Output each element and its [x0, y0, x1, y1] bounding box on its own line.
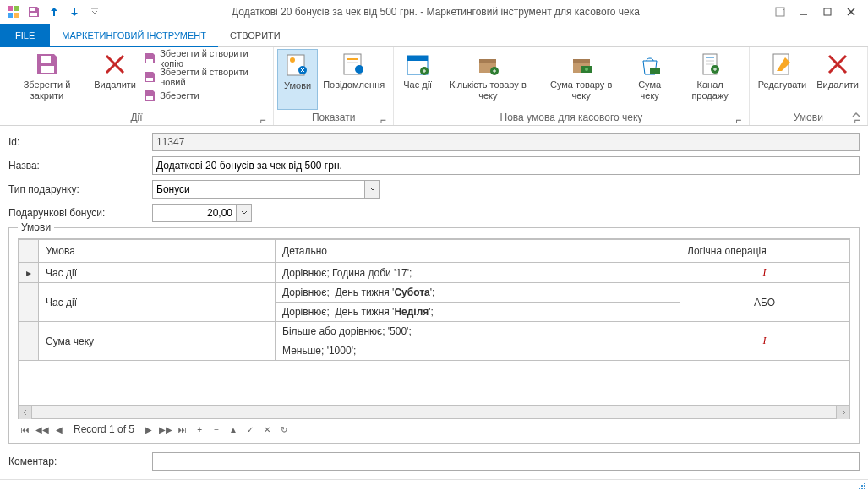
table-row[interactable]: Час дії Дорівнює; День тижня 'Субота'; А…: [19, 283, 849, 303]
cell-logic[interactable]: І: [680, 263, 849, 283]
save-copy-button[interactable]: Зберегти й створити копію: [139, 49, 270, 68]
nav-prev-icon[interactable]: ◀: [52, 422, 67, 437]
window-pin-icon[interactable]: [768, 2, 792, 22]
table-row[interactable]: ▸ Час дії Дорівнює; Година доби '17'; І: [19, 263, 849, 283]
nav-remove-icon[interactable]: −: [209, 422, 224, 437]
spin-dropdown-icon[interactable]: [237, 204, 252, 222]
nav-first-icon[interactable]: ⏮: [18, 422, 33, 437]
grid-horizontal-scrollbar[interactable]: [19, 405, 849, 418]
nav-prev-page-icon[interactable]: ◀◀: [35, 422, 50, 437]
resize-grip-icon[interactable]: [858, 482, 866, 490]
tab-file[interactable]: FILE: [0, 24, 50, 47]
col-detail[interactable]: Детально: [276, 240, 680, 263]
save-new-button[interactable]: Зберегти й створити новий: [139, 68, 270, 86]
notifications-icon: [341, 51, 368, 78]
table-row[interactable]: Сума чеку Більше або дорівнює; '500'; І: [19, 322, 849, 341]
cell-logic[interactable]: І: [680, 322, 849, 361]
notifications-view-button[interactable]: Повідомлення: [318, 49, 390, 110]
cell-detail[interactable]: Дорівнює; День тижня 'Субота';: [276, 283, 680, 303]
cell-detail[interactable]: Меньше; '1000';: [276, 341, 680, 361]
collapse-ribbon-icon[interactable]: [851, 110, 861, 120]
conditions-icon: [284, 52, 311, 79]
nav-end-edit-icon[interactable]: ✓: [243, 422, 258, 437]
scroll-right-icon[interactable]: [836, 406, 849, 419]
qat-customize-icon[interactable]: [86, 3, 103, 20]
ribbon-group-label: Дії⌐: [3, 112, 270, 125]
dialog-launcher-icon[interactable]: ⌐: [378, 114, 388, 124]
nav-next-page-icon[interactable]: ▶▶: [158, 422, 173, 437]
conditions-view-button[interactable]: Умови: [277, 49, 318, 110]
maximize-button[interactable]: [816, 2, 839, 22]
edit-condition-button[interactable]: Редагувати: [753, 49, 812, 110]
nav-next-icon[interactable]: ▶: [141, 422, 156, 437]
dialog-launcher-icon[interactable]: ⌐: [734, 114, 744, 124]
svg-point-20: [355, 65, 363, 74]
ribbon-group-label: Умови⌐: [753, 112, 864, 125]
svg-point-43: [864, 488, 865, 489]
nav-refresh-icon[interactable]: ↻: [276, 422, 292, 437]
svg-rect-31: [650, 68, 660, 74]
nav-edit-icon[interactable]: ▲: [226, 422, 241, 437]
conditions-group-box: Умови Умова Детально Логічна операція ▸ …: [8, 227, 860, 444]
scroll-left-icon[interactable]: [19, 406, 32, 419]
bag-icon: [636, 51, 663, 78]
cell-detail[interactable]: Дорівнює; Година доби '17';: [276, 263, 680, 283]
cell-logic[interactable]: АБО: [680, 283, 849, 322]
statusbar: [0, 479, 868, 491]
tab-marketing-tool[interactable]: МАРКЕТИНГОВИЙ ІНСТРУМЕНТ: [50, 24, 218, 47]
svg-rect-9: [41, 56, 51, 63]
sales-channel-button[interactable]: Канал продажу: [675, 49, 745, 110]
close-button[interactable]: [839, 2, 863, 22]
delete-x-icon: [824, 51, 851, 78]
cell-detail[interactable]: Більше або дорівнює; '500';: [276, 322, 680, 341]
svg-rect-1: [14, 6, 19, 11]
delete-button[interactable]: Видалити: [90, 49, 139, 110]
gift-type-field[interactable]: [152, 180, 365, 199]
ribbon-group-show: Умови Повідомлення Показати⌐: [274, 47, 394, 125]
arrow-down-icon[interactable]: [66, 3, 83, 20]
svg-rect-10: [41, 66, 54, 73]
save-icon[interactable]: [25, 3, 42, 20]
app-icon[interactable]: [5, 3, 22, 20]
save-button[interactable]: Зберегти: [139, 86, 270, 105]
comment-field[interactable]: [152, 452, 860, 471]
id-row: Id:: [8, 133, 860, 151]
cell-condition[interactable]: Час дії: [39, 283, 276, 322]
nav-add-icon[interactable]: +: [192, 422, 207, 437]
items-count-button[interactable]: Кількість товару в чеку: [438, 49, 538, 110]
nav-last-icon[interactable]: ⏭: [175, 422, 190, 437]
save-copy-icon: [143, 52, 156, 65]
edit-icon: [768, 51, 795, 78]
id-label: Id:: [8, 136, 152, 148]
save-close-button[interactable]: Зберегти й закрити: [3, 49, 90, 110]
svg-point-38: [864, 483, 865, 484]
arrow-up-icon[interactable]: [46, 3, 63, 20]
titlebar: Додаткові 20 бонусів за чек від 500 грн.…: [0, 0, 868, 24]
item-amount-button[interactable]: Сума товару в чеку: [538, 49, 624, 110]
col-logic[interactable]: Логічна операція: [680, 240, 849, 263]
svg-rect-4: [30, 8, 35, 11]
calendar-icon: [404, 51, 431, 78]
cell-condition[interactable]: Сума чеку: [39, 322, 276, 361]
save-icon-small: [143, 89, 156, 102]
time-condition-button[interactable]: Час дії: [397, 49, 438, 110]
grid-empty-area: [19, 361, 849, 405]
cell-condition[interactable]: Час дії: [39, 263, 276, 283]
cell-detail[interactable]: Дорівнює; День тижня 'Неділя';: [276, 303, 680, 322]
delete-condition-button[interactable]: Видалити: [811, 49, 864, 110]
dialog-launcher-icon[interactable]: ⌐: [258, 114, 268, 124]
name-field[interactable]: [152, 156, 860, 175]
name-label: Назва:: [8, 160, 152, 172]
check-amount-button[interactable]: Сума чеку: [625, 49, 675, 110]
row-indicator: [19, 283, 39, 322]
col-condition[interactable]: Умова: [39, 240, 276, 263]
svg-point-39: [861, 485, 863, 487]
svg-rect-3: [14, 13, 19, 18]
minimize-button[interactable]: [792, 2, 816, 22]
tab-create[interactable]: СТВОРИТИ: [218, 24, 292, 47]
grid-header-row: Умова Детально Логічна операція: [19, 240, 849, 263]
dropdown-icon[interactable]: [365, 180, 380, 199]
svg-point-42: [861, 488, 863, 489]
gift-bonus-field[interactable]: [152, 204, 237, 222]
nav-cancel-icon[interactable]: ✕: [259, 422, 275, 437]
